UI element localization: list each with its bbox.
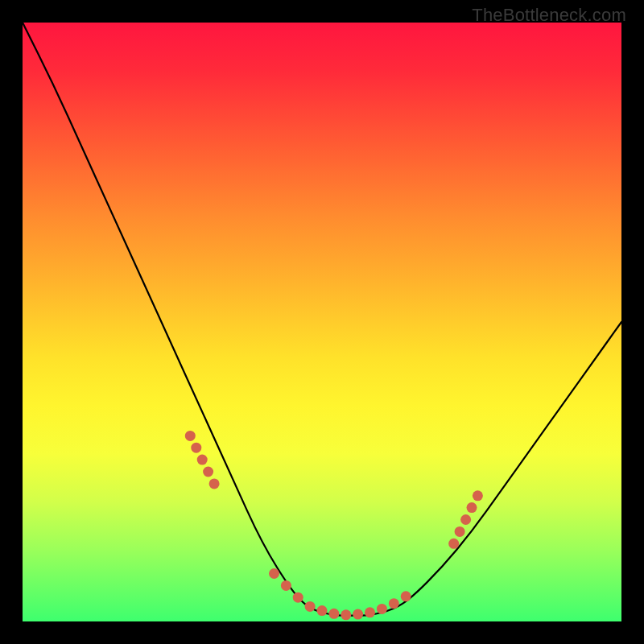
- highlight-dot: [197, 455, 208, 465]
- chart-svg: [23, 23, 621, 621]
- outer-frame: TheBottleneck.com: [0, 0, 644, 644]
- highlight-dot: [389, 598, 399, 609]
- highlight-dot: [473, 490, 483, 501]
- highlight-dot: [341, 609, 351, 620]
- highlight-dot: [460, 514, 471, 525]
- highlight-dot: [448, 539, 459, 549]
- highlight-dot: [455, 526, 465, 537]
- highlight-dot: [377, 604, 387, 614]
- highlight-dot: [317, 605, 328, 616]
- highlight-dot: [191, 443, 201, 453]
- highlight-dot: [203, 467, 213, 477]
- highlight-dot: [353, 609, 363, 620]
- highlight-dot: [467, 502, 477, 513]
- highlight-dot: [185, 431, 196, 441]
- highlight-dot: [209, 478, 220, 489]
- bottleneck-curve-line: [23, 23, 621, 616]
- highlight-dot: [328, 609, 339, 619]
- highlight-dot: [365, 607, 375, 617]
- highlight-dot: [269, 568, 279, 579]
- highlight-dot: [293, 592, 303, 603]
- highlight-dot: [281, 580, 291, 591]
- highlight-dot: [401, 591, 411, 601]
- chart-plot-area: [23, 23, 621, 621]
- highlight-dots-group: [185, 431, 483, 620]
- highlight-dot: [305, 601, 316, 612]
